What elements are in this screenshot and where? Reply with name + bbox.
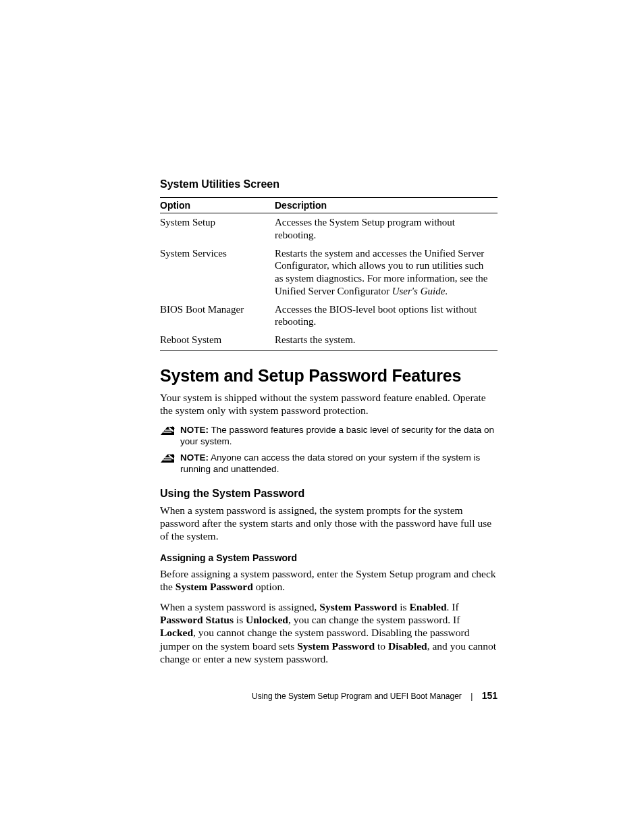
subheading-using-password: Using the System Password: [160, 488, 498, 500]
note-block: NOTE: Anyone can access the data stored …: [160, 452, 498, 475]
cell-option: BIOS Boot Manager: [160, 301, 275, 332]
th-option: Option: [160, 198, 275, 213]
cell-description: Accesses the System Setup program withou…: [275, 213, 498, 244]
body-paragraph: Before assigning a system password, ente…: [160, 567, 498, 594]
page-footer: Using the System Setup Program and UEFI …: [160, 690, 498, 701]
th-description: Description: [275, 198, 498, 213]
cell-description: Restarts the system.: [275, 331, 498, 350]
note-icon: [160, 453, 175, 464]
main-heading: System and Setup Password Features: [160, 366, 498, 386]
footer-chapter: Using the System Setup Program and UEFI …: [252, 692, 462, 701]
footer-separator: |: [471, 692, 473, 701]
note-text: NOTE: Anyone can access the data stored …: [180, 452, 498, 475]
table-row: System Services Restarts the system and …: [160, 244, 498, 301]
note-block: NOTE: The password features provide a ba…: [160, 424, 498, 448]
intro-paragraph: Your system is shipped without the syste…: [160, 391, 498, 417]
cell-description: Accesses the BIOS-level boot options lis…: [275, 301, 498, 332]
page-content: System Utilities Screen Option Descripti…: [160, 178, 498, 672]
table-header-row: Option Description: [160, 198, 498, 213]
table-row: BIOS Boot Manager Accesses the BIOS-leve…: [160, 301, 498, 332]
table-row: Reboot System Restarts the system.: [160, 331, 498, 350]
cell-option: Reboot System: [160, 331, 275, 350]
cell-description: Restarts the system and accesses the Uni…: [275, 244, 498, 301]
page-number: 151: [482, 690, 498, 701]
cell-option: System Services: [160, 244, 275, 301]
note-text: NOTE: The password features provide a ba…: [180, 424, 498, 448]
body-paragraph: When a system password is assigned, Syst…: [160, 600, 498, 666]
body-paragraph: When a system password is assigned, the …: [160, 504, 498, 543]
note-icon: [160, 425, 175, 436]
cell-option: System Setup: [160, 213, 275, 244]
subheading-assigning-password: Assigning a System Password: [160, 552, 498, 563]
options-table: Option Description System Setup Accesses…: [160, 197, 498, 351]
section-heading: System Utilities Screen: [160, 178, 498, 190]
table-row: System Setup Accesses the System Setup p…: [160, 213, 498, 244]
